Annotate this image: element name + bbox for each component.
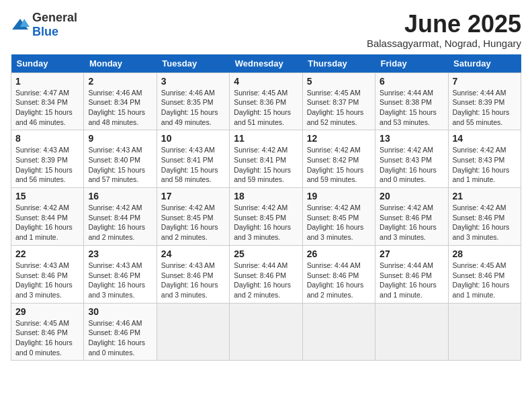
day-cell-11: 11 Sunrise: 4:42 AMSunset: 8:41 PMDaylig… — [230, 130, 302, 188]
day-info: Sunrise: 4:44 AMSunset: 8:46 PMDaylight:… — [234, 261, 298, 300]
day-info: Sunrise: 4:44 AMSunset: 8:38 PMDaylight:… — [380, 88, 443, 128]
day-info: Sunrise: 4:44 AMSunset: 8:46 PMDaylight:… — [380, 261, 443, 300]
day-cell-13: 13 Sunrise: 4:42 AMSunset: 8:43 PMDaylig… — [375, 130, 448, 188]
logo-blue: Blue — [32, 25, 58, 38]
weekday-header-row: Sunday Monday Tuesday Wednesday Thursday… — [11, 54, 521, 73]
table-row: 22 Sunrise: 4:43 AMSunset: 8:46 PMDaylig… — [11, 245, 521, 303]
logo: General Blue — [11, 11, 77, 39]
day-info: Sunrise: 4:47 AMSunset: 8:34 PMDaylight:… — [15, 88, 79, 128]
day-number: 5 — [307, 76, 371, 87]
day-info: Sunrise: 4:42 AMSunset: 8:43 PMDaylight:… — [380, 145, 443, 185]
day-number: 12 — [307, 133, 371, 144]
day-number: 15 — [15, 191, 79, 201]
table-row: 8 Sunrise: 4:43 AMSunset: 8:39 PMDayligh… — [11, 130, 521, 188]
day-info: Sunrise: 4:42 AMSunset: 8:41 PMDaylight:… — [234, 145, 298, 185]
day-cell-7: 7 Sunrise: 4:44 AMSunset: 8:39 PMDayligh… — [448, 73, 521, 130]
day-number: 7 — [453, 76, 517, 87]
day-cell-15: 15 Sunrise: 4:42 AMSunset: 8:44 PMDaylig… — [11, 188, 84, 246]
day-number: 11 — [234, 133, 298, 144]
day-cell-28: 28 Sunrise: 4:45 AMSunset: 8:46 PMDaylig… — [448, 245, 521, 303]
day-number: 29 — [15, 306, 79, 317]
day-cell-27: 27 Sunrise: 4:44 AMSunset: 8:46 PMDaylig… — [375, 245, 448, 303]
empty-cell — [230, 303, 302, 361]
day-number: 1 — [15, 76, 79, 87]
logo-text: General Blue — [32, 11, 77, 39]
day-number: 17 — [161, 191, 225, 201]
day-number: 20 — [380, 191, 443, 201]
day-number: 4 — [234, 76, 298, 87]
day-cell-22: 22 Sunrise: 4:43 AMSunset: 8:46 PMDaylig… — [11, 245, 84, 303]
day-info: Sunrise: 4:44 AMSunset: 8:39 PMDaylight:… — [453, 88, 517, 128]
day-number: 27 — [380, 248, 443, 259]
day-info: Sunrise: 4:42 AMSunset: 8:45 PMDaylight:… — [307, 203, 371, 242]
day-info: Sunrise: 4:42 AMSunset: 8:46 PMDaylight:… — [380, 203, 443, 242]
day-number: 9 — [88, 133, 152, 144]
day-number: 23 — [88, 248, 152, 259]
table-row: 29 Sunrise: 4:45 AMSunset: 8:46 PMDaylig… — [11, 303, 521, 361]
header-friday: Friday — [375, 54, 448, 73]
day-info: Sunrise: 4:45 AMSunset: 8:46 PMDaylight:… — [15, 318, 79, 358]
day-number: 16 — [88, 191, 152, 201]
day-info: Sunrise: 4:44 AMSunset: 8:46 PMDaylight:… — [307, 261, 371, 300]
day-number: 25 — [234, 248, 298, 259]
day-info: Sunrise: 4:42 AMSunset: 8:46 PMDaylight:… — [453, 203, 517, 242]
day-info: Sunrise: 4:43 AMSunset: 8:39 PMDaylight:… — [15, 145, 79, 185]
day-number: 2 — [88, 76, 152, 87]
day-number: 26 — [307, 248, 371, 259]
day-number: 10 — [161, 133, 225, 144]
day-number: 24 — [161, 248, 225, 259]
logo-icon — [11, 17, 30, 32]
day-info: Sunrise: 4:43 AMSunset: 8:46 PMDaylight:… — [88, 261, 152, 300]
day-info: Sunrise: 4:42 AMSunset: 8:45 PMDaylight:… — [161, 203, 225, 242]
day-cell-5: 5 Sunrise: 4:45 AMSunset: 8:37 PMDayligh… — [302, 73, 375, 130]
header-thursday: Thursday — [302, 54, 375, 73]
table-row: 1 Sunrise: 4:47 AMSunset: 8:34 PMDayligh… — [11, 73, 521, 130]
day-info: Sunrise: 4:42 AMSunset: 8:42 PMDaylight:… — [307, 145, 371, 185]
day-number: 8 — [15, 133, 79, 144]
day-info: Sunrise: 4:46 AMSunset: 8:46 PMDaylight:… — [88, 318, 152, 358]
header-monday: Monday — [84, 54, 157, 73]
day-cell-24: 24 Sunrise: 4:43 AMSunset: 8:46 PMDaylig… — [157, 245, 229, 303]
day-cell-21: 21 Sunrise: 4:42 AMSunset: 8:46 PMDaylig… — [448, 188, 521, 246]
header-wednesday: Wednesday — [230, 54, 302, 73]
day-cell-20: 20 Sunrise: 4:42 AMSunset: 8:46 PMDaylig… — [375, 188, 448, 246]
day-cell-25: 25 Sunrise: 4:44 AMSunset: 8:46 PMDaylig… — [230, 245, 302, 303]
day-number: 30 — [88, 306, 152, 317]
day-info: Sunrise: 4:42 AMSunset: 8:44 PMDaylight:… — [88, 203, 152, 242]
empty-cell — [157, 303, 229, 361]
day-number: 13 — [380, 133, 443, 144]
day-cell-4: 4 Sunrise: 4:45 AMSunset: 8:36 PMDayligh… — [230, 73, 302, 130]
day-info: Sunrise: 4:45 AMSunset: 8:37 PMDaylight:… — [307, 88, 371, 128]
day-cell-10: 10 Sunrise: 4:43 AMSunset: 8:41 PMDaylig… — [157, 130, 229, 188]
page-header: General Blue June 2025 Balassagyarmat, N… — [11, 11, 521, 49]
table-row: 15 Sunrise: 4:42 AMSunset: 8:44 PMDaylig… — [11, 188, 521, 246]
day-cell-8: 8 Sunrise: 4:43 AMSunset: 8:39 PMDayligh… — [11, 130, 84, 188]
day-cell-1: 1 Sunrise: 4:47 AMSunset: 8:34 PMDayligh… — [11, 73, 84, 130]
day-info: Sunrise: 4:43 AMSunset: 8:46 PMDaylight:… — [161, 261, 225, 300]
day-number: 19 — [307, 191, 371, 201]
day-cell-30: 30 Sunrise: 4:46 AMSunset: 8:46 PMDaylig… — [84, 303, 157, 361]
day-number: 21 — [453, 191, 517, 201]
location-subtitle: Balassagyarmat, Nograd, Hungary — [367, 38, 521, 49]
header-saturday: Saturday — [448, 54, 521, 73]
day-cell-16: 16 Sunrise: 4:42 AMSunset: 8:44 PMDaylig… — [84, 188, 157, 246]
calendar-table: Sunday Monday Tuesday Wednesday Thursday… — [11, 54, 521, 361]
day-info: Sunrise: 4:43 AMSunset: 8:46 PMDaylight:… — [15, 261, 79, 300]
title-area: June 2025 Balassagyarmat, Nograd, Hungar… — [367, 11, 521, 49]
day-info: Sunrise: 4:45 AMSunset: 8:36 PMDaylight:… — [234, 88, 298, 128]
day-info: Sunrise: 4:43 AMSunset: 8:40 PMDaylight:… — [88, 145, 152, 185]
day-cell-14: 14 Sunrise: 4:42 AMSunset: 8:43 PMDaylig… — [448, 130, 521, 188]
day-cell-12: 12 Sunrise: 4:42 AMSunset: 8:42 PMDaylig… — [302, 130, 375, 188]
header-tuesday: Tuesday — [157, 54, 229, 73]
empty-cell — [302, 303, 375, 361]
empty-cell — [448, 303, 521, 361]
day-cell-3: 3 Sunrise: 4:46 AMSunset: 8:35 PMDayligh… — [157, 73, 229, 130]
day-number: 22 — [15, 248, 79, 259]
day-number: 14 — [453, 133, 517, 144]
header-sunday: Sunday — [11, 54, 84, 73]
empty-cell — [375, 303, 448, 361]
day-cell-6: 6 Sunrise: 4:44 AMSunset: 8:38 PMDayligh… — [375, 73, 448, 130]
month-title: June 2025 — [367, 11, 521, 38]
day-cell-29: 29 Sunrise: 4:45 AMSunset: 8:46 PMDaylig… — [11, 303, 84, 361]
day-info: Sunrise: 4:46 AMSunset: 8:35 PMDaylight:… — [161, 88, 225, 128]
